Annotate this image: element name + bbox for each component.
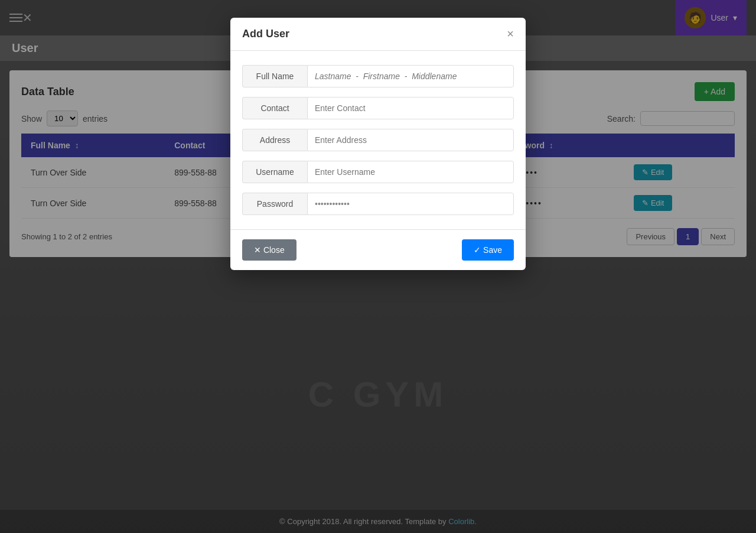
- address-label: Address: [242, 129, 307, 151]
- address-row: Address: [242, 129, 514, 151]
- password-input[interactable]: [307, 193, 514, 215]
- contact-row: Contact: [242, 97, 514, 119]
- password-row: Password: [242, 193, 514, 215]
- fullname-input[interactable]: [307, 65, 514, 87]
- address-input[interactable]: [307, 129, 514, 151]
- modal-body: Full Name Contact Address Username Passw…: [230, 51, 526, 229]
- fullname-label: Full Name: [242, 65, 307, 87]
- username-row: Username: [242, 161, 514, 183]
- modal-overlay: Add User × Full Name Contact Address Use…: [0, 0, 756, 533]
- contact-label: Contact: [242, 97, 307, 119]
- modal-title: Add User: [242, 28, 289, 40]
- username-label: Username: [242, 161, 307, 183]
- username-input[interactable]: [307, 161, 514, 183]
- modal-close-btn[interactable]: ✕ Close: [242, 239, 296, 261]
- contact-input[interactable]: [307, 97, 514, 119]
- modal-save-btn[interactable]: ✓ Save: [462, 239, 514, 261]
- modal-footer: ✕ Close ✓ Save: [230, 229, 526, 270]
- password-label: Password: [242, 193, 307, 215]
- fullname-row: Full Name: [242, 65, 514, 87]
- modal-close-button[interactable]: ×: [507, 27, 514, 41]
- add-user-modal: Add User × Full Name Contact Address Use…: [230, 18, 526, 270]
- modal-header: Add User ×: [230, 18, 526, 51]
